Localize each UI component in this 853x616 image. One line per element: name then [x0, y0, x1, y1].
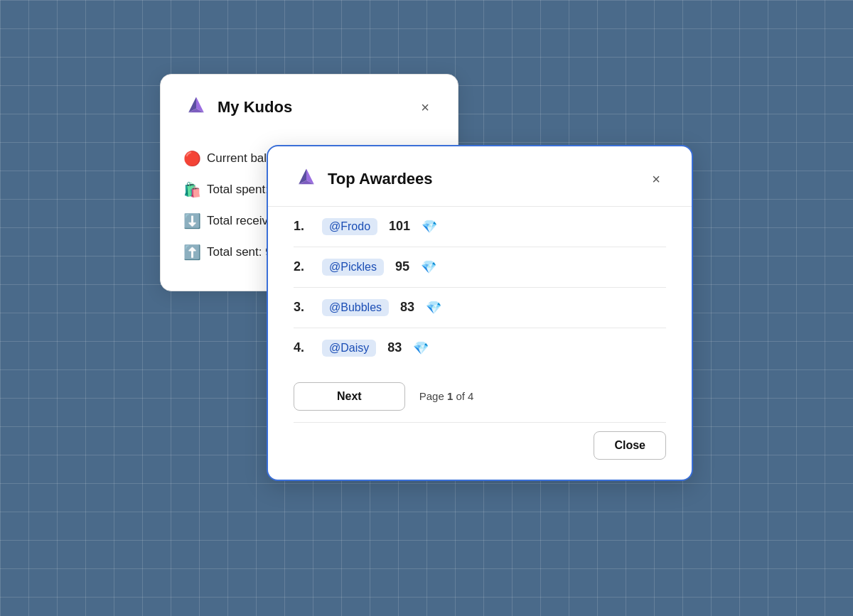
username-bubbles: @Bubbles: [322, 299, 389, 316]
close-footer-button[interactable]: Close: [594, 431, 666, 460]
sent-emoji: ⬆️: [183, 244, 201, 261]
username-pickles: @Pickles: [322, 259, 384, 276]
awardees-card-header: Top Awardees ×: [294, 166, 666, 192]
awardee-list: 1. @Frodo 101 💎 2. @Pickles 95 💎 3. @Bub…: [294, 207, 666, 368]
score-daisy: 83: [387, 340, 402, 355]
score-bubbles: 83: [400, 300, 414, 315]
awardees-card-footer: Close: [294, 422, 666, 460]
username-daisy: @Daisy: [322, 340, 376, 357]
awardees-logo-icon: [294, 166, 319, 192]
rank-2: 2.: [294, 259, 311, 274]
awardee-row-3: 3. @Bubbles 83 💎: [294, 288, 666, 328]
gem-bubbles: 💎: [426, 300, 441, 315]
kudos-close-button[interactable]: ×: [415, 97, 435, 117]
rank-4: 4.: [294, 340, 311, 355]
next-button[interactable]: Next: [294, 382, 405, 411]
username-frodo: @Frodo: [322, 218, 377, 235]
page-current: 1: [447, 390, 453, 402]
awardees-title-group: Top Awardees: [294, 166, 433, 192]
awardee-row-2: 2. @Pickles 95 💎: [294, 247, 666, 288]
awardees-card-title: Top Awardees: [328, 170, 433, 188]
balance-emoji: 🔴: [183, 150, 201, 167]
score-pickles: 95: [395, 259, 409, 274]
gem-pickles: 💎: [421, 259, 436, 275]
spent-emoji: 🛍️: [183, 181, 201, 198]
awardee-row-1: 1. @Frodo 101 💎: [294, 207, 666, 247]
page-info: Page 1 of 4: [419, 390, 474, 402]
score-frodo: 101: [389, 219, 410, 234]
kudos-card-header: My Kudos ×: [183, 94, 435, 120]
pagination-row: Next Page 1 of 4: [294, 382, 666, 411]
kudos-card-title: My Kudos: [218, 98, 292, 117]
top-awardees-card: Top Awardees × 1. @Frodo 101 💎 2. @Pickl…: [267, 145, 693, 481]
gem-daisy: 💎: [413, 340, 429, 356]
page-of: of 4: [456, 390, 473, 402]
scene-container: My Kudos × 🔴 Current balance: 35 💎 🛍️ To…: [160, 60, 693, 557]
rank-3: 3.: [294, 300, 311, 315]
rank-1: 1.: [294, 219, 311, 234]
kudos-logo-icon: [183, 94, 209, 120]
gem-frodo: 💎: [422, 219, 437, 234]
kudos-title-group: My Kudos: [183, 94, 292, 120]
received-emoji: ⬇️: [183, 212, 201, 229]
awardee-row-4: 4. @Daisy 83 💎: [294, 328, 666, 368]
awardees-close-top-button[interactable]: ×: [646, 169, 666, 189]
